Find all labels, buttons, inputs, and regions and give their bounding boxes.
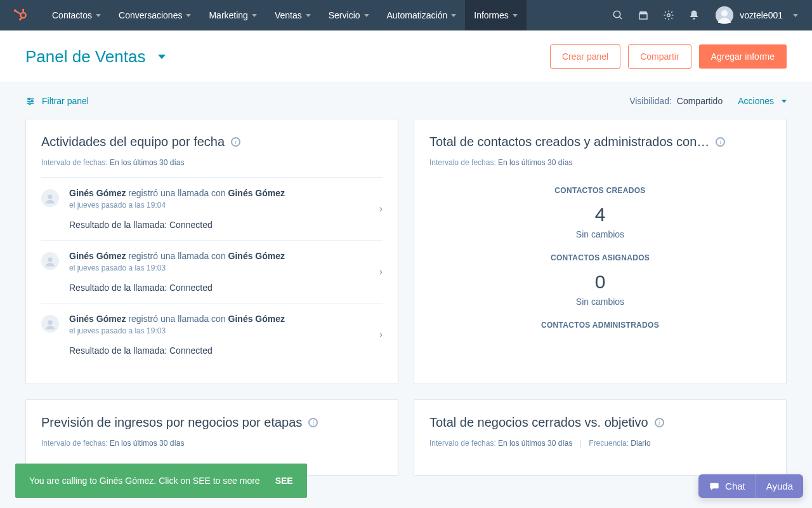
metrics-column: CONTACTOS CREADOS4Sin cambiosCONTACTOS A… bbox=[429, 186, 771, 330]
page-title: Panel de Ventas bbox=[25, 47, 145, 67]
info-icon[interactable]: i bbox=[716, 137, 725, 147]
activity-line: Ginés Gómez registró una llamada con Gin… bbox=[69, 188, 383, 198]
chevron-right-icon[interactable]: › bbox=[379, 203, 383, 215]
add-report-button[interactable]: Agregar informe bbox=[699, 44, 787, 69]
chevron-down-icon bbox=[252, 14, 257, 17]
activity-result: Resultado de la llamada: Connected bbox=[69, 220, 383, 230]
svg-point-7 bbox=[614, 11, 621, 18]
metric-value: 0 bbox=[429, 271, 771, 293]
activity-time: el jueves pasado a las 19:03 bbox=[69, 326, 383, 335]
nav-items: ContactosConversacionesMarketingVentasSe… bbox=[43, 0, 527, 30]
search-icon[interactable] bbox=[605, 0, 631, 30]
chat-button[interactable]: Chat bbox=[698, 474, 756, 498]
svg-point-16 bbox=[28, 98, 30, 100]
metric-label: CONTACTOS ADMINISTRADOS bbox=[429, 321, 771, 330]
settings-icon[interactable] bbox=[656, 0, 681, 30]
visibility-value: Compartido bbox=[677, 96, 723, 106]
activity-time: el jueves pasado a las 19:03 bbox=[69, 264, 383, 272]
actions-menu[interactable]: Acciones bbox=[738, 96, 787, 106]
nav-item-informes[interactable]: Informes bbox=[465, 0, 526, 30]
share-button[interactable]: Compartir bbox=[628, 44, 691, 69]
nav-item-conversaciones[interactable]: Conversaciones bbox=[110, 0, 200, 30]
activity-result: Resultado de la llamada: Connected bbox=[69, 345, 383, 356]
card-subtitle: Intervalo de fechas: En los últimos 30 d… bbox=[429, 158, 771, 167]
svg-point-6 bbox=[19, 18, 21, 20]
filter-panel-link[interactable]: Filtrar panel bbox=[25, 96, 89, 106]
activity-result: Resultado de la llamada: Connected bbox=[69, 283, 383, 293]
visibility-label: Visibilidad: bbox=[629, 96, 672, 106]
top-nav: ContactosConversacionesMarketingVentasSe… bbox=[0, 0, 812, 30]
page-header: Panel de Ventas Crear panel Compartir Ag… bbox=[0, 30, 812, 83]
account-name: voztele001 bbox=[740, 10, 783, 20]
chevron-down-icon bbox=[364, 14, 369, 17]
card-contacts-created: Total de contactos creados y administrad… bbox=[414, 119, 787, 384]
actions-label: Acciones bbox=[738, 96, 774, 106]
nav-item-ventas[interactable]: Ventas bbox=[266, 0, 320, 30]
info-icon[interactable]: i bbox=[231, 137, 240, 147]
svg-line-8 bbox=[620, 17, 622, 19]
help-button[interactable]: Ayuda bbox=[756, 474, 803, 498]
toast-text: You are calling to Ginés Gómez. Click on… bbox=[29, 476, 260, 486]
chevron-down-icon bbox=[793, 14, 798, 17]
dashboard-selector[interactable]: Panel de Ventas bbox=[25, 47, 166, 67]
metric-label: CONTACTOS CREADOS bbox=[429, 186, 771, 195]
create-panel-button[interactable]: Crear panel bbox=[550, 44, 620, 69]
cards-grid: Actividades del equipo por fecha i Inter… bbox=[0, 119, 812, 501]
svg-point-4 bbox=[22, 9, 24, 11]
card-subtitle: Intervalo de fechas: En los últimos 30 d… bbox=[41, 439, 383, 448]
activity-item[interactable]: Ginés Gómez registró una llamada con Gin… bbox=[41, 177, 383, 240]
chevron-down-icon bbox=[158, 55, 166, 59]
svg-point-2 bbox=[14, 10, 16, 12]
activity-line: Ginés Gómez registró una llamada con Gin… bbox=[69, 251, 383, 261]
metric-delta: Sin cambios bbox=[429, 229, 771, 239]
hubspot-logo[interactable] bbox=[13, 8, 28, 23]
metric-delta: Sin cambios bbox=[429, 297, 771, 307]
activity-list: Ginés Gómez registró una llamada con Gin… bbox=[41, 177, 383, 366]
avatar-icon bbox=[41, 315, 59, 333]
card-team-activities: Actividades del equipo por fecha i Inter… bbox=[25, 119, 398, 384]
svg-point-19 bbox=[48, 194, 52, 199]
activity-time: el jueves pasado a las 19:04 bbox=[69, 201, 383, 210]
chevron-down-icon bbox=[451, 14, 456, 17]
info-icon[interactable]: i bbox=[655, 418, 664, 427]
help-label: Ayuda bbox=[766, 481, 793, 491]
card-title: Previsión de ingresos por negocios por e… bbox=[41, 415, 383, 430]
svg-point-10 bbox=[667, 14, 671, 17]
chat-widget[interactable]: Chat Ayuda bbox=[698, 474, 803, 498]
avatar-icon bbox=[41, 252, 59, 270]
card-subtitle: Intervalo de fechas: En los últimos 30 d… bbox=[429, 439, 771, 448]
chat-icon bbox=[709, 481, 720, 491]
card-title: Total de contactos creados y administrad… bbox=[429, 135, 771, 149]
activity-item[interactable]: Ginés Gómez registró una llamada con Gin… bbox=[41, 303, 383, 366]
chevron-down-icon bbox=[513, 14, 518, 17]
activity-line: Ginés Gómez registró una llamada con Gin… bbox=[69, 314, 383, 324]
notifications-icon[interactable] bbox=[681, 0, 707, 30]
info-icon[interactable]: i bbox=[308, 418, 318, 427]
chevron-right-icon[interactable]: › bbox=[379, 266, 383, 277]
chevron-right-icon[interactable]: › bbox=[379, 329, 383, 340]
nav-item-automatización[interactable]: Automatización bbox=[378, 0, 466, 30]
card-title: Actividades del equipo por fecha i bbox=[41, 135, 383, 149]
nav-item-marketing[interactable]: Marketing bbox=[200, 0, 265, 30]
svg-point-12 bbox=[721, 10, 728, 17]
svg-point-20 bbox=[48, 257, 52, 262]
svg-point-18 bbox=[29, 103, 31, 105]
toast-see-button[interactable]: SEE bbox=[275, 476, 293, 486]
chevron-down-icon bbox=[96, 14, 101, 17]
sliders-icon bbox=[25, 97, 36, 106]
svg-rect-9 bbox=[639, 14, 647, 19]
filter-panel-label: Filtrar panel bbox=[42, 96, 89, 106]
activity-item[interactable]: Ginés Gómez registró una llamada con Gin… bbox=[41, 240, 383, 303]
metric-label: CONTACTOS ASIGNADOS bbox=[429, 253, 771, 262]
svg-point-21 bbox=[48, 320, 52, 324]
nav-item-servicio[interactable]: Servicio bbox=[320, 0, 378, 30]
chevron-down-icon bbox=[782, 100, 787, 103]
chevron-down-icon bbox=[306, 14, 311, 17]
avatar-icon bbox=[41, 189, 59, 207]
svg-point-17 bbox=[31, 100, 33, 102]
marketplace-icon[interactable] bbox=[631, 0, 656, 30]
card-subtitle: Intervalo de fechas: En los últimos 30 d… bbox=[41, 158, 383, 167]
nav-item-contactos[interactable]: Contactos bbox=[43, 0, 110, 30]
account-menu[interactable]: voztele001 bbox=[707, 6, 804, 24]
card-title: Total de negocios cerrados vs. objetivo … bbox=[429, 415, 771, 430]
